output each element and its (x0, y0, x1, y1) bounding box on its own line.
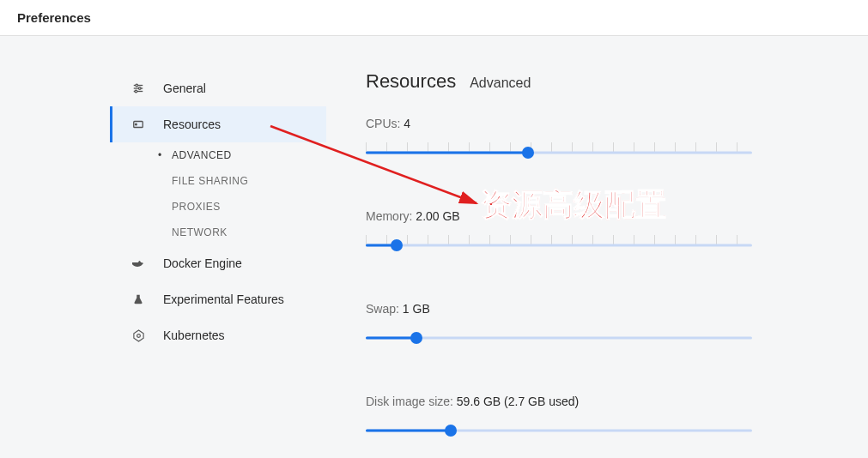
memory-field: Memory: 2.00 GB (366, 209, 834, 250)
content-subtitle: Advanced (470, 75, 531, 91)
memory-label: Memory: (366, 209, 412, 223)
swap-label: Swap: (366, 302, 399, 316)
disk-value: 59.6 GB (2.7 GB used) (457, 395, 579, 408)
disk-label-row: Disk image size: 59.6 GB (2.7 GB used) (366, 395, 834, 408)
drive-icon (131, 117, 146, 132)
content-title: Resources (366, 70, 456, 93)
svg-point-9 (137, 334, 140, 337)
sidebar-item-label: Docker Engine (163, 256, 242, 270)
sidebar-sub-network[interactable]: NETWORK (156, 220, 326, 245)
disk-field: Disk image size: 59.6 GB (2.7 GB used) (366, 395, 834, 436)
main-layout: General Resources ADVANCED FILE SHARING … (0, 36, 868, 444)
sidebar: General Resources ADVANCED FILE SHARING … (0, 70, 326, 444)
sliders-icon (131, 81, 146, 96)
content-pane: Resources Advanced CPUs: 4 Memory: 2.00 … (326, 70, 868, 444)
memory-label-row: Memory: 2.00 GB (366, 209, 834, 223)
swap-value: 1 GB (403, 302, 430, 316)
swap-slider[interactable] (366, 333, 752, 343)
sidebar-sub-filesharing[interactable]: FILE SHARING (156, 168, 326, 194)
wheel-icon (131, 328, 146, 343)
slider-track (366, 244, 752, 247)
sidebar-item-label: Resources (163, 118, 221, 131)
slider-fill (366, 337, 416, 340)
whale-icon (131, 256, 146, 271)
memory-slider[interactable] (366, 240, 752, 250)
slider-fill (366, 152, 528, 154)
memory-value: 2.00 GB (416, 209, 459, 223)
sidebar-sub-label: NETWORK (172, 226, 228, 238)
cpus-label-row: CPUs: 4 (366, 117, 834, 130)
sidebar-item-kubernetes[interactable]: Kubernetes (110, 317, 326, 353)
swap-field: Swap: 1 GB (366, 302, 834, 343)
slider-knob[interactable] (391, 239, 403, 251)
swap-label-row: Swap: 1 GB (366, 302, 834, 316)
svg-marker-8 (133, 329, 143, 340)
sidebar-sub-label: ADVANCED (172, 149, 232, 161)
sidebar-item-label: Kubernetes (163, 328, 225, 342)
sidebar-sub-resources: ADVANCED FILE SHARING PROXIES NETWORK (110, 142, 326, 245)
sidebar-item-resources[interactable]: Resources (110, 106, 326, 142)
slider-fill (366, 430, 451, 432)
slider-knob[interactable] (445, 425, 457, 437)
slider-knob[interactable] (410, 332, 422, 344)
slider-track (366, 337, 752, 340)
disk-slider[interactable] (366, 425, 752, 436)
sidebar-item-experimental[interactable]: Experimental Features (110, 281, 326, 317)
sidebar-item-dockerengine[interactable]: Docker Engine (110, 245, 326, 281)
disk-label: Disk image size: (366, 395, 453, 408)
sidebar-sub-label: PROXIES (172, 201, 221, 213)
svg-point-5 (135, 90, 137, 93)
sidebar-item-general[interactable]: General (110, 70, 326, 106)
cpus-slider[interactable] (366, 148, 752, 158)
page-title: Preferences (17, 10, 91, 25)
content-title-row: Resources Advanced (366, 70, 834, 93)
flask-icon (131, 292, 146, 307)
cpus-label: CPUs: (366, 117, 400, 130)
sidebar-item-label: General (163, 81, 206, 95)
sidebar-sub-proxies[interactable]: PROXIES (156, 194, 326, 220)
slider-knob[interactable] (522, 147, 534, 159)
preferences-header: Preferences (0, 0, 868, 36)
svg-point-7 (136, 124, 137, 125)
sidebar-item-label: Experimental Features (163, 292, 284, 306)
cpus-field: CPUs: 4 (366, 117, 834, 158)
cpus-value: 4 (404, 117, 410, 130)
sidebar-sub-label: FILE SHARING (172, 175, 248, 187)
sidebar-sub-advanced[interactable]: ADVANCED (156, 142, 326, 168)
svg-point-1 (136, 84, 138, 87)
svg-point-3 (138, 87, 141, 90)
